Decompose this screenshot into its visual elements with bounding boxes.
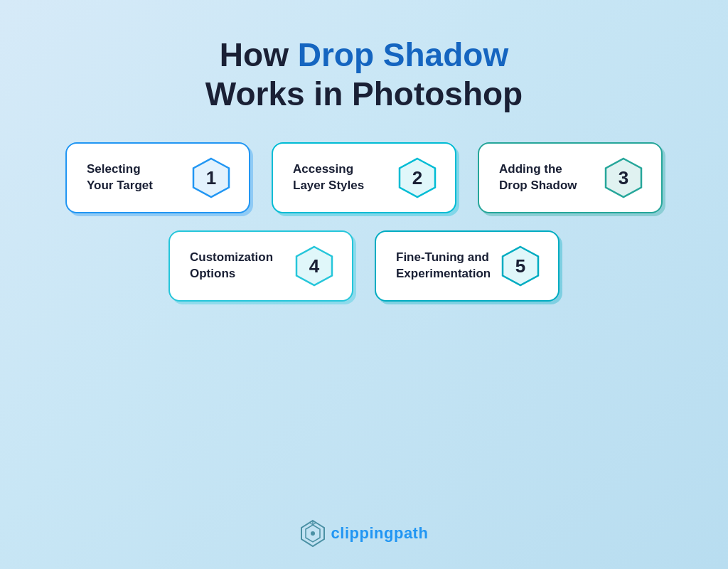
- step-card-3[interactable]: Adding theDrop Shadow 3: [478, 142, 663, 213]
- title-section: How Drop Shadow Works in Photoshop: [205, 36, 523, 114]
- step-4-badge: 4: [294, 245, 335, 287]
- row-2: CustomizationOptions 4 Fine-Tuning andEx…: [168, 230, 560, 302]
- brand-name-blue: path: [394, 524, 428, 542]
- step-2-badge: 2: [397, 157, 438, 198]
- step-1-label: SelectingYour Target: [87, 161, 183, 194]
- row-1: SelectingYour Target 1 AccessingLayer St…: [65, 142, 663, 213]
- step-5-label: Fine-Tuning andExperimentation: [396, 250, 493, 282]
- step-3-number: 3: [619, 167, 628, 189]
- step-1-badge: 1: [191, 157, 232, 198]
- title-prefix: How: [220, 36, 298, 73]
- step-card-2[interactable]: AccessingLayer Styles 2: [272, 142, 456, 213]
- step-4-label: CustomizationOptions: [190, 250, 287, 282]
- step-5-number: 5: [515, 255, 525, 277]
- step-2-label: AccessingLayer Styles: [293, 161, 390, 194]
- brand-logo-icon: [300, 519, 326, 548]
- brand-footer: clippingpath: [300, 519, 429, 548]
- step-3-badge: 3: [603, 157, 644, 198]
- step-3-label: Adding theDrop Shadow: [499, 161, 596, 194]
- title-line2: Works in Photoshop: [205, 75, 523, 112]
- step-2-number: 2: [412, 167, 422, 189]
- svg-point-7: [311, 531, 315, 536]
- title-highlight: Drop Shadow: [298, 36, 508, 73]
- main-title: How Drop Shadow Works in Photoshop: [205, 36, 523, 114]
- step-card-5[interactable]: Fine-Tuning andExperimentation 5: [375, 230, 560, 302]
- brand-name-black: clipping: [331, 524, 394, 542]
- step-5-badge: 5: [500, 245, 541, 287]
- step-card-1[interactable]: SelectingYour Target 1: [65, 142, 250, 213]
- brand-name: clippingpath: [331, 524, 429, 543]
- step-4-number: 4: [309, 255, 319, 277]
- step-1-number: 1: [206, 167, 216, 189]
- steps-container: SelectingYour Target 1 AccessingLayer St…: [65, 142, 663, 302]
- step-card-4[interactable]: CustomizationOptions 4: [168, 230, 353, 302]
